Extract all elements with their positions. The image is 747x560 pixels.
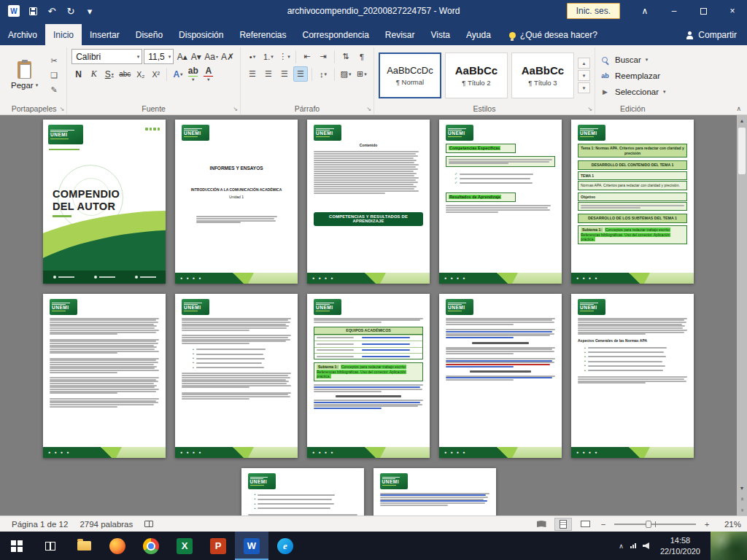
tab-referencias[interactable]: Referencias [231, 24, 294, 45]
tab-correspondencia[interactable]: Correspondencia [294, 24, 376, 45]
edge-button[interactable]: e [268, 532, 302, 560]
save-button[interactable] [25, 1, 41, 20]
tab-vista[interactable]: Vista [423, 24, 458, 45]
align-center-button[interactable]: ☰ [261, 66, 276, 82]
tab-inicio[interactable]: Inicio [45, 24, 82, 45]
customize-quick-access-button[interactable]: ▾ [82, 1, 98, 20]
web-layout-button[interactable] [576, 518, 594, 531]
borders-button[interactable]: ⊞▾ [355, 66, 369, 82]
underline-button[interactable]: S▾ [102, 66, 116, 82]
zoom-out-button[interactable]: − [598, 520, 608, 529]
tab-ayuda[interactable]: Ayuda [458, 24, 499, 45]
file-explorer-button[interactable] [67, 532, 101, 560]
tab-insertar[interactable]: Insertar [82, 24, 128, 45]
page-thumbnail[interactable]: UNEMI [43, 294, 166, 458]
increase-indent-button[interactable]: ⇥ [316, 49, 330, 64]
page-thumbnail[interactable]: UNEMIAspectos Generales de las Normas AP… [571, 294, 694, 458]
align-right-button[interactable]: ☰ [277, 66, 292, 82]
excel-button[interactable]: X [168, 532, 201, 560]
page-thumbnail[interactable]: UNEMI [374, 468, 496, 516]
page-thumbnail[interactable]: UNEMI•••• [241, 468, 364, 516]
undo-button[interactable]: ↶ [44, 1, 60, 20]
styles-scroll-up-icon[interactable]: ▴ [578, 58, 590, 69]
grow-font-button[interactable]: A▴ [175, 49, 189, 64]
tab-revisar[interactable]: Revisar [377, 24, 423, 45]
next-page-button[interactable]: « [737, 505, 747, 516]
replace-button[interactable]: abReemplazar [600, 69, 666, 82]
text-highlight-button[interactable]: ab▾ [186, 66, 200, 82]
share-button[interactable]: Compartir [686, 30, 737, 40]
network-icon[interactable] [630, 543, 636, 548]
scrollbar-thumb[interactable] [738, 128, 746, 174]
bold-button[interactable]: N [71, 66, 85, 82]
paragraph-dialog-launcher[interactable]: ↘ [366, 106, 371, 112]
cut-button[interactable]: ✂ [46, 55, 62, 67]
numbered-list-button[interactable]: 1.▾ [261, 49, 276, 64]
italic-button[interactable]: K [87, 66, 101, 82]
styles-scroll-down-icon[interactable]: ▾ [578, 70, 590, 81]
select-button[interactable]: ▶Seleccionar▾ [600, 85, 666, 98]
zoom-slider[interactable] [614, 524, 696, 525]
page-indicator[interactable]: Página 1 de 12 [6, 520, 74, 529]
multilevel-list-button[interactable]: ⋮▾ [277, 49, 292, 64]
subscript-button[interactable]: X₂ [133, 66, 147, 82]
change-case-button[interactable]: Aa▾ [203, 49, 220, 64]
page-thumbnail[interactable]: UNEMIEQUIPOS ACADÉMICOSSubtema 1:Concept… [307, 294, 430, 458]
print-layout-button[interactable] [554, 518, 572, 531]
page-thumbnail[interactable]: UNEMICOMPENDIODEL AUTOR [43, 120, 166, 284]
scrollbar-up-button[interactable]: ▲ [737, 115, 747, 126]
styles-dialog-launcher[interactable]: ↘ [587, 106, 592, 112]
copy-button[interactable]: ❏ [46, 69, 62, 82]
zoom-slider-handle[interactable] [646, 521, 651, 528]
previous-page-button[interactable]: « [737, 494, 747, 505]
align-left-button[interactable]: ☰ [245, 66, 260, 82]
scrollbar-down-button[interactable]: ▼ [737, 483, 747, 494]
firefox-button[interactable] [101, 532, 134, 560]
page-thumbnail[interactable]: UNEMIContenidoCOMPETENCIAS Y RESULTADOS … [307, 120, 430, 284]
page-thumbnail[interactable]: UNEMIINFORMES Y ENSAYOSINTRODUCCIÓN A LA… [175, 120, 298, 284]
tab-diseño[interactable]: Diseño [128, 24, 171, 45]
format-painter-button[interactable]: ✎ [46, 84, 62, 96]
zoom-percentage[interactable]: 21% [716, 520, 741, 529]
font-family-combo[interactable]: Calibri▾ [71, 49, 142, 64]
vertical-scrollbar[interactable]: ▲ ▼ « « [737, 115, 747, 516]
shrink-font-button[interactable]: A▾ [189, 49, 203, 64]
show-marks-button[interactable]: ¶ [355, 49, 369, 64]
paste-button[interactable]: Pegar▾ [6, 60, 43, 91]
page-thumbnail[interactable]: UNEMI [439, 294, 562, 458]
tell-me-box[interactable]: ¿Qué desea hacer? [509, 30, 597, 40]
start-button[interactable] [0, 532, 34, 560]
powerpoint-button[interactable]: P [201, 532, 235, 560]
line-spacing-button[interactable]: ↕▾ [316, 66, 330, 82]
read-mode-button[interactable] [533, 518, 550, 531]
text-effects-button[interactable]: A▾ [171, 66, 185, 82]
page-thumbnail[interactable]: UNEMI••••• [175, 294, 298, 458]
style-card[interactable]: AaBbCc¶ Título 2 [445, 52, 508, 98]
font-color-button[interactable]: A▾ [201, 66, 215, 82]
minimize-button[interactable]: – [659, 0, 689, 22]
style-card[interactable]: AaBbCcDc¶ Normal [379, 52, 441, 98]
redo-button[interactable]: ↻ [63, 1, 79, 20]
tab-disposición[interactable]: Disposición [171, 24, 231, 45]
sort-button[interactable]: ⇅ [338, 49, 353, 64]
spelling-status-button[interactable] [139, 521, 159, 527]
font-size-combo[interactable]: 11,5▾ [144, 49, 174, 64]
word-button[interactable]: W [235, 532, 268, 560]
hidden-icons-chevron[interactable]: ∧ [619, 542, 624, 550]
ribbon-display-options-button[interactable]: ∧ [630, 0, 659, 22]
word-count[interactable]: 2794 palabras [74, 520, 139, 529]
page-thumbnail[interactable]: UNEMICompetencias Específicas✓✓✓Resultad… [439, 120, 562, 284]
taskbar-clock[interactable]: 14:58 22/10/2020 [656, 535, 705, 556]
collapse-ribbon-button[interactable]: ∧ [736, 105, 741, 112]
chrome-button[interactable] [134, 532, 168, 560]
styles-more-icon[interactable]: ▾ [578, 82, 590, 93]
page-thumbnail[interactable]: UNEMITema 1: Normas APA. Criterios para … [571, 120, 694, 284]
volume-icon[interactable] [643, 542, 649, 549]
decrease-indent-button[interactable]: ⇤ [300, 49, 314, 64]
tab-archivo[interactable]: Archivo [0, 24, 45, 45]
style-card[interactable]: AaBbCc¶ Título 3 [511, 52, 574, 98]
bullet-list-button[interactable]: •▾ [245, 49, 260, 64]
sign-in-button[interactable]: Inic. ses. [567, 3, 620, 19]
clear-formatting-button[interactable]: A✗ [220, 49, 236, 64]
clipboard-dialog-launcher[interactable]: ↘ [60, 106, 65, 112]
